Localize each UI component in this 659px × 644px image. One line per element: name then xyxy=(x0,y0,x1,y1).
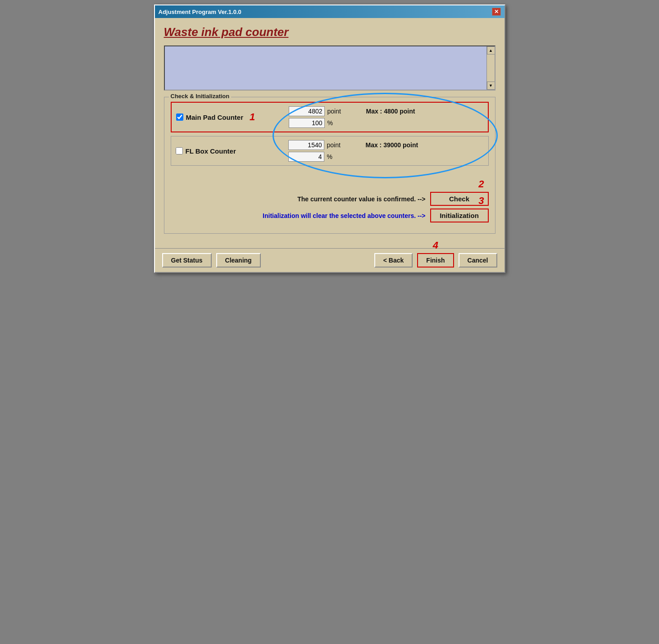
main-pad-percent-input[interactable] xyxy=(289,118,325,128)
main-pad-point-input[interactable] xyxy=(289,106,325,116)
scroll-up-button[interactable]: ▲ xyxy=(487,46,495,54)
main-pad-point-unit: point xyxy=(327,108,345,115)
check-action-text: The current counter value is confirmed. … xyxy=(297,195,425,203)
cleaning-button[interactable]: Cleaning xyxy=(216,253,261,268)
fl-box-counter-checkbox[interactable] xyxy=(176,147,183,154)
finish-button[interactable]: Finish xyxy=(417,253,454,268)
window-body: Waste ink pad counter ▲ ▼ Check & Initia… xyxy=(155,18,504,248)
annotation-3: 3 xyxy=(478,196,484,206)
scrollbar[interactable]: ▲ ▼ xyxy=(486,46,495,90)
annotation-1: 1 xyxy=(250,112,255,122)
main-pad-point-row: point Max : 4800 point xyxy=(289,106,415,116)
main-window: Adjustment Program Ver.1.0.0 ✕ Waste ink… xyxy=(154,5,505,273)
window-title: Adjustment Program Ver.1.0.0 xyxy=(159,9,241,15)
main-pad-fields: point Max : 4800 point % xyxy=(289,106,415,128)
bottom-bar: Get Status Cleaning < Back 4 Finish Canc… xyxy=(155,248,504,272)
fl-box-point-row: point Max : 39000 point xyxy=(288,140,418,150)
fl-box-point-input[interactable] xyxy=(288,140,324,150)
initialization-button[interactable]: Initialization xyxy=(430,209,489,222)
annotation-2: 2 xyxy=(478,179,484,189)
init-action-text: Initialization will clear the selected a… xyxy=(263,212,425,219)
scroll-area: ▲ ▼ xyxy=(164,45,495,91)
actions-area: The current counter value is confirmed. … xyxy=(171,187,489,227)
fl-box-percent-input[interactable] xyxy=(288,152,324,162)
cancel-button[interactable]: Cancel xyxy=(459,253,497,268)
main-pad-counter-label: Main Pad Counter 1 xyxy=(176,112,257,122)
close-button[interactable]: ✕ xyxy=(492,8,501,16)
main-pad-counter-checkbox[interactable] xyxy=(176,113,183,121)
fl-box-percent-row: % xyxy=(288,152,418,162)
main-pad-percent-row: % xyxy=(289,118,415,128)
group-label: Check & Initialization xyxy=(169,93,232,100)
fl-box-counter-label: FL Box Counter xyxy=(176,147,257,155)
check-init-group: Check & Initialization Main Pad Counter … xyxy=(164,97,495,234)
init-action-row: Initialization will clear the selected a… xyxy=(171,209,489,222)
annotation-4: 4 xyxy=(433,240,438,250)
main-pad-max-label: Max : 4800 point xyxy=(366,108,415,115)
main-pad-percent-unit: % xyxy=(327,119,345,127)
back-button[interactable]: < Back xyxy=(374,253,413,268)
scroll-down-button[interactable]: ▼ xyxy=(487,82,495,90)
page-title: Waste ink pad counter xyxy=(164,25,495,39)
fl-box-counter-row: FL Box Counter point Max : 39000 point % xyxy=(171,136,489,166)
check-action-row: The current counter value is confirmed. … xyxy=(171,192,489,206)
get-status-button[interactable]: Get Status xyxy=(162,253,212,268)
fl-box-max-label: Max : 39000 point xyxy=(366,141,418,149)
fl-box-fields: point Max : 39000 point % xyxy=(288,140,418,162)
fl-box-point-unit: point xyxy=(327,141,345,149)
fl-box-percent-unit: % xyxy=(327,153,345,160)
main-pad-counter-text: Main Pad Counter xyxy=(186,113,244,121)
title-bar: Adjustment Program Ver.1.0.0 ✕ xyxy=(155,5,504,18)
main-pad-counter-row: Main Pad Counter 1 point Max : 4800 poin… xyxy=(171,102,489,132)
fl-box-counter-text: FL Box Counter xyxy=(186,147,236,155)
